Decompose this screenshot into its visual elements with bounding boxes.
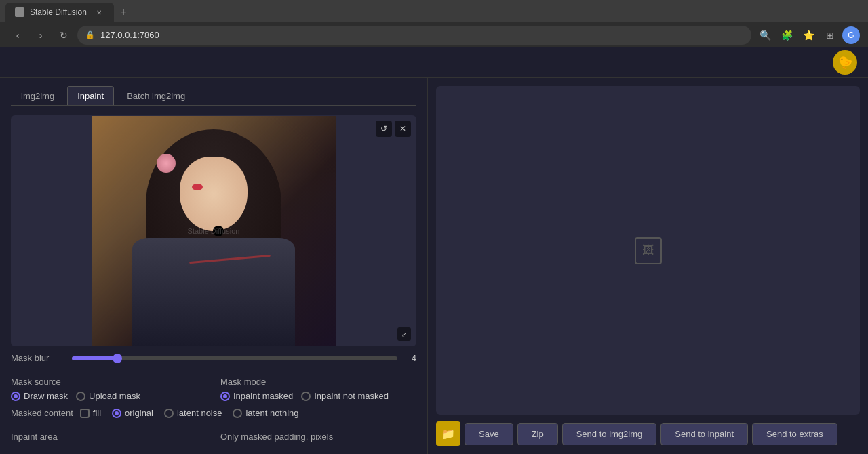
output-placeholder-icon: 🖼: [642, 243, 654, 257]
only-masked-group: Only masked padding, pixels: [220, 432, 416, 446]
masked-content-latent-noise-label: latent noise: [177, 408, 222, 418]
mask-source-draw-mask-label: Draw mask: [24, 391, 68, 401]
top-bar: 🐤: [0, 47, 868, 78]
browser-chrome: Stable Diffusion ✕ + ‹ › ↻ 🔒 127.0.0.1:7…: [0, 0, 868, 47]
mask-mode-inpaint-masked[interactable]: Inpaint masked: [220, 391, 293, 401]
masked-content-original-radio[interactable]: [112, 409, 121, 418]
mask-source-upload-mask[interactable]: Upload mask: [76, 391, 140, 401]
canvas-controls: ↺ ✕: [376, 121, 411, 137]
canvas-expand-button[interactable]: ⤢: [397, 327, 411, 341]
nav-forward-button[interactable]: ›: [31, 26, 50, 45]
inpaint-area-label: Inpaint area: [11, 432, 207, 442]
mask-mode-label: Mask mode: [220, 377, 416, 387]
input-image[interactable]: Stable Diffusion: [92, 116, 336, 346]
masked-content-latent-nothing-radio[interactable]: [233, 409, 242, 418]
send-to-extras-button[interactable]: Send to extras: [752, 423, 837, 445]
only-masked-label: Only masked padding, pixels: [220, 432, 416, 442]
canvas-container: Stable Diffusion ↺ ✕ ⤢: [11, 115, 416, 346]
masked-content-latent-noise[interactable]: latent noise: [164, 408, 222, 418]
mask-source-draw-mask[interactable]: Draw mask: [11, 391, 68, 401]
canvas-close-button[interactable]: ✕: [395, 121, 411, 137]
mask-source-label: Mask source: [11, 377, 207, 387]
mask-blur-label: Mask blur: [11, 353, 65, 363]
zip-button[interactable]: Zip: [517, 423, 558, 445]
address-bar[interactable]: 🔒 127.0.0.1:7860: [77, 26, 751, 45]
masked-content-row: Masked content fill original latent nois…: [11, 408, 416, 418]
profile-menu-icon[interactable]: ⊞: [821, 26, 840, 45]
mask-source-upload-mask-label: Upload mask: [89, 391, 140, 401]
masked-content-label: Masked content: [11, 408, 73, 418]
mask-blur-slider-container: 4: [72, 353, 416, 363]
mask-source-mode-row: Mask source Draw mask Upload mask: [11, 377, 416, 401]
tabs: img2img Inpaint Batch img2img: [11, 86, 416, 106]
tab-title: Stable Diffusion: [30, 7, 87, 17]
masked-content-latent-nothing[interactable]: latent nothing: [233, 408, 298, 418]
toolbar-icons: 🔍 🧩 ⭐ ⊞ G: [755, 26, 860, 45]
search-icon[interactable]: 🔍: [755, 26, 774, 45]
mask-blur-slider-fill: [72, 356, 117, 360]
output-placeholder: 🖼: [635, 237, 662, 264]
mask-blur-slider-track[interactable]: [72, 356, 397, 360]
profile-button[interactable]: G: [842, 26, 860, 44]
mask-mode-inpaint-masked-label: Inpaint masked: [233, 391, 293, 401]
mask-blur-value: 4: [403, 353, 416, 363]
folder-button[interactable]: 📁: [436, 421, 460, 446]
masked-content-options: fill original latent noise latent nothin…: [80, 408, 299, 418]
tab-inpaint[interactable]: Inpaint: [67, 86, 114, 105]
masked-content-fill-label: fill: [93, 408, 101, 418]
new-tab-button[interactable]: +: [114, 3, 133, 22]
save-button[interactable]: Save: [465, 423, 513, 445]
mask-mode-inpaint-masked-radio[interactable]: [220, 392, 230, 401]
mask-source-upload-mask-radio[interactable]: [76, 392, 85, 401]
mask-source-draw-mask-radio[interactable]: [11, 392, 20, 401]
inpaint-area-group: Inpaint area: [11, 432, 207, 446]
mask-mode-radio-group: Inpaint masked Inpaint not masked: [220, 391, 416, 401]
output-area: 🖼: [436, 86, 860, 415]
mask-source-radio-group: Draw mask Upload mask: [11, 391, 207, 401]
mask-source-group: Mask source Draw mask Upload mask: [11, 377, 207, 401]
mask-mode-inpaint-not-masked[interactable]: Inpaint not masked: [301, 391, 389, 401]
mask-mode-inpaint-not-masked-radio[interactable]: [301, 392, 311, 401]
emoji-button[interactable]: 🐤: [833, 50, 857, 75]
masked-content-fill-checkbox[interactable]: [80, 409, 90, 418]
send-to-inpaint-button[interactable]: Send to inpaint: [660, 423, 748, 445]
nav-refresh-button[interactable]: ↻: [54, 26, 73, 45]
masked-content-fill[interactable]: fill: [80, 408, 101, 418]
inpaint-area-row: Inpaint area Only masked padding, pixels: [11, 432, 416, 446]
mask-blur-row: Mask blur 4: [11, 353, 416, 363]
masked-content-original[interactable]: original: [112, 408, 153, 418]
mask-mode-inpaint-not-masked-label: Inpaint not masked: [314, 391, 389, 401]
tab-batch-img2img[interactable]: Batch img2img: [117, 86, 195, 105]
app-content: 🐤 img2img Inpaint Batch img2img: [0, 47, 868, 454]
mask-mode-group: Mask mode Inpaint masked Inpaint not mas…: [220, 377, 416, 401]
masked-content-original-label: original: [125, 408, 153, 418]
masked-content-latent-noise-radio[interactable]: [164, 409, 174, 418]
main-layout: img2img Inpaint Batch img2img: [0, 78, 868, 454]
browser-tabs: Stable Diffusion ✕ +: [0, 0, 868, 22]
address-text: 127.0.0.1:7860: [100, 30, 159, 40]
tab-img2img[interactable]: img2img: [11, 86, 64, 105]
canvas-reset-button[interactable]: ↺: [376, 121, 392, 137]
tab-favicon: [15, 7, 24, 17]
mask-blur-slider-thumb[interactable]: [113, 354, 122, 363]
masked-content-latent-nothing-label: latent nothing: [245, 408, 298, 418]
address-lock-icon: 🔒: [85, 30, 95, 39]
browser-toolbar: ‹ › ↻ 🔒 127.0.0.1:7860 🔍 🧩 ⭐ ⊞ G: [0, 22, 868, 47]
right-panel: 🖼 📁 Save Zip Send to img2img Send to inp…: [427, 78, 868, 454]
tab-close-button[interactable]: ✕: [94, 7, 104, 18]
extensions-icon[interactable]: 🧩: [777, 26, 796, 45]
left-panel: img2img Inpaint Batch img2img: [0, 78, 427, 454]
action-buttons: 📁 Save Zip Send to img2img Send to inpai…: [436, 421, 860, 446]
send-to-img2img-button[interactable]: Send to img2img: [562, 423, 657, 445]
bookmarks-icon[interactable]: ⭐: [799, 26, 818, 45]
browser-tab-active[interactable]: Stable Diffusion ✕: [5, 3, 114, 22]
nav-back-button[interactable]: ‹: [8, 26, 27, 45]
